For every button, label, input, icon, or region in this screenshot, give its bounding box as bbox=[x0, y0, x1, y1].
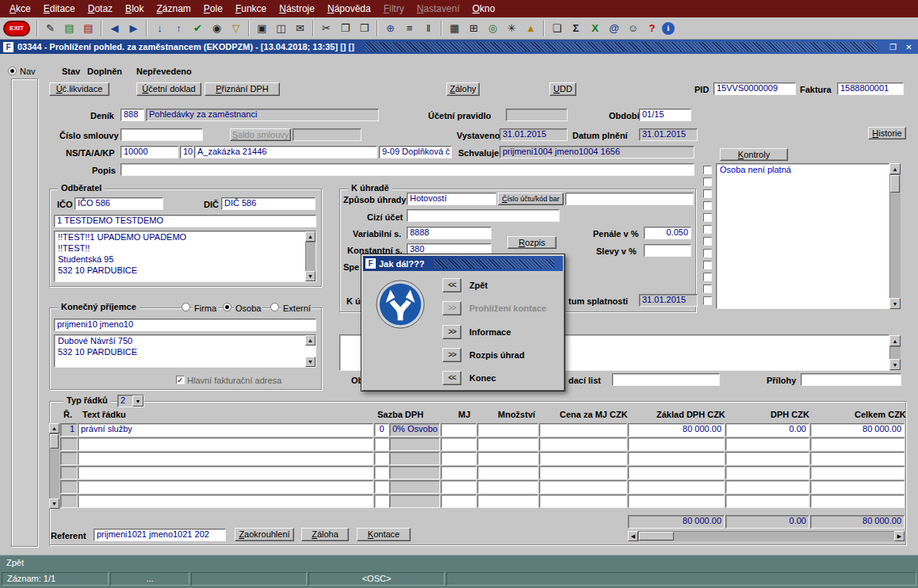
menu-item-editace[interactable]: Editace bbox=[37, 1, 82, 17]
ico-field[interactable]: IČO 586 bbox=[75, 197, 163, 210]
menu-item-zaznam[interactable]: Záznam bbox=[150, 1, 197, 17]
table-cell-text[interactable]: právní služby bbox=[78, 423, 373, 437]
table-cell[interactable] bbox=[725, 480, 809, 494]
zaokrouhleni-button[interactable]: Zaokrouhlení bbox=[235, 528, 294, 541]
osoba-radio[interactable] bbox=[223, 303, 231, 311]
help-icon[interactable]: ? bbox=[643, 20, 661, 37]
exit-button[interactable]: EXIT bbox=[3, 21, 30, 36]
table-cell[interactable] bbox=[628, 494, 725, 508]
dodaci-list-field[interactable] bbox=[612, 373, 720, 386]
table-cell[interactable] bbox=[60, 437, 78, 451]
combo-arrow-icon[interactable]: ▼ bbox=[132, 395, 143, 407]
prev-page-icon[interactable]: ◀ bbox=[105, 20, 124, 37]
scrollbar-thumb[interactable] bbox=[50, 434, 59, 449]
preview-icon[interactable]: ◫ bbox=[272, 20, 290, 37]
menu-item-nastroje[interactable]: Nástroje bbox=[273, 1, 321, 17]
globe-icon[interactable]: ◎ bbox=[484, 20, 502, 37]
table-cell-mj[interactable] bbox=[441, 423, 476, 437]
table-cell[interactable] bbox=[725, 494, 809, 508]
prijemce-address-field[interactable]: Dubové Návrší 750 532 10 PARDUBICE bbox=[54, 334, 316, 368]
table-cell[interactable] bbox=[60, 452, 78, 465]
kontroly-checkbox[interactable] bbox=[703, 249, 712, 258]
close-icon[interactable]: ✕ bbox=[903, 43, 915, 52]
rozpis-uhrad-button-label[interactable]: Rozpis úhrad bbox=[469, 350, 525, 360]
kontroly-checkbox[interactable] bbox=[703, 261, 712, 269]
table-cell-cena[interactable] bbox=[539, 423, 627, 437]
referent-field[interactable]: prijmeni1021 jmeno1021 202 bbox=[94, 529, 226, 541]
filter-icon[interactable]: ▽ bbox=[227, 20, 245, 37]
ucetni-pravidlo-field[interactable] bbox=[506, 109, 568, 121]
table-cell[interactable] bbox=[539, 466, 627, 479]
table-cell[interactable] bbox=[374, 437, 389, 451]
table-cell[interactable] bbox=[441, 466, 476, 479]
priznani-dph-button[interactable]: Přiznání DPH bbox=[205, 82, 280, 96]
denik-name-field[interactable]: Pohledávky za zaměstnanci bbox=[146, 109, 379, 121]
table-cell[interactable] bbox=[539, 480, 627, 494]
table-cell[interactable] bbox=[441, 480, 476, 494]
ns-field-2[interactable]: 10 bbox=[180, 146, 193, 158]
table-cell[interactable] bbox=[810, 494, 905, 508]
table-cell[interactable] bbox=[628, 480, 725, 494]
table-cell[interactable] bbox=[810, 466, 905, 479]
table-cell[interactable] bbox=[539, 452, 627, 465]
table-cell-mnozstvi[interactable] bbox=[477, 423, 538, 437]
zpet-glyph-button[interactable]: << bbox=[442, 278, 461, 292]
sort-asc-icon[interactable]: ↓ bbox=[151, 20, 169, 37]
kontroly-checkbox[interactable] bbox=[703, 273, 712, 281]
udd-button[interactable]: UDD bbox=[549, 82, 576, 96]
table-cell[interactable] bbox=[810, 480, 905, 494]
kontroly-list[interactable]: Osoba není platná bbox=[716, 163, 889, 309]
menu-item-pole[interactable]: Pole bbox=[197, 1, 229, 17]
hlavni-adresa-checkbox[interactable]: ✓ bbox=[176, 376, 185, 384]
table-cell[interactable] bbox=[78, 466, 373, 479]
window-icon[interactable]: ❑ bbox=[548, 20, 566, 37]
kontroly-checkbox[interactable] bbox=[703, 189, 712, 198]
calculator-icon[interactable]: ⊞ bbox=[465, 20, 483, 37]
cislo-uctu-button[interactable]: Číslo účtu/kód bar bbox=[498, 193, 564, 205]
search-icon[interactable]: ◉ bbox=[208, 20, 226, 37]
dic-field[interactable]: DIČ 586 bbox=[221, 197, 316, 210]
scrollbar-thumb[interactable] bbox=[890, 175, 900, 193]
table-cell[interactable] bbox=[477, 466, 538, 479]
table-cell[interactable] bbox=[374, 494, 389, 508]
nav-radio[interactable] bbox=[8, 67, 17, 75]
ns-field-3[interactable]: A_zakázka 21446 bbox=[194, 146, 377, 158]
prilohy-field[interactable] bbox=[801, 373, 901, 386]
scroll-down-icon[interactable]: ▼ bbox=[889, 359, 901, 370]
dialog-title-bar[interactable]: F Jak dál??? bbox=[363, 256, 563, 271]
table-cell[interactable] bbox=[810, 437, 905, 451]
table-cell[interactable] bbox=[539, 437, 627, 451]
scroll-up-icon[interactable]: ▲ bbox=[889, 163, 901, 174]
uc-likvidace-button[interactable]: Úč.likvidace bbox=[49, 82, 109, 96]
table-cell[interactable] bbox=[628, 437, 725, 451]
rozpis-button[interactable]: Rozpis bbox=[507, 236, 557, 249]
table-cell[interactable] bbox=[725, 466, 809, 479]
ucetni-doklad-button[interactable]: Účetní doklad bbox=[136, 82, 201, 96]
kontroly-list-item[interactable]: Osoba není platná bbox=[717, 164, 889, 175]
vystaveno-field[interactable]: 31.01.2015 bbox=[499, 128, 568, 141]
scroll-up-icon[interactable]: ▲ bbox=[305, 231, 316, 242]
table-cell-r[interactable]: 1 bbox=[60, 423, 78, 437]
scroll-down-icon[interactable]: ▼ bbox=[305, 271, 316, 281]
paste-icon[interactable]: ❒ bbox=[355, 20, 373, 37]
cut-icon[interactable]: ✂ bbox=[317, 20, 335, 37]
menu-item-napoveda[interactable]: Nápověda bbox=[321, 1, 377, 17]
kontroly-checkbox[interactable] bbox=[703, 201, 712, 210]
odberatel-address-field[interactable]: !!TEST!!1 UPADEMO UPADEMO !!TEST!! Stude… bbox=[54, 231, 316, 282]
zalohy-button[interactable]: Zálohy bbox=[446, 82, 480, 96]
zpusob-uhrady-field[interactable]: Hotovostí bbox=[407, 193, 496, 205]
kontroly-checkbox[interactable] bbox=[703, 213, 712, 222]
table-cell[interactable] bbox=[374, 480, 389, 494]
table-cell[interactable] bbox=[60, 466, 78, 479]
table-cell[interactable] bbox=[539, 494, 627, 508]
table-cell[interactable] bbox=[441, 452, 476, 465]
table-cell[interactable] bbox=[810, 452, 905, 465]
saldo-field[interactable] bbox=[293, 128, 361, 141]
scroll-down-icon[interactable]: ▼ bbox=[49, 498, 59, 509]
konec-glyph-button[interactable]: << bbox=[442, 371, 461, 385]
kontace-button[interactable]: Kontace bbox=[357, 528, 411, 541]
scrollbar-thumb[interactable] bbox=[639, 532, 674, 540]
scrollbar-track[interactable] bbox=[889, 174, 901, 298]
table-cell[interactable] bbox=[389, 452, 440, 465]
variabilni-field[interactable]: 8888 bbox=[407, 227, 492, 239]
